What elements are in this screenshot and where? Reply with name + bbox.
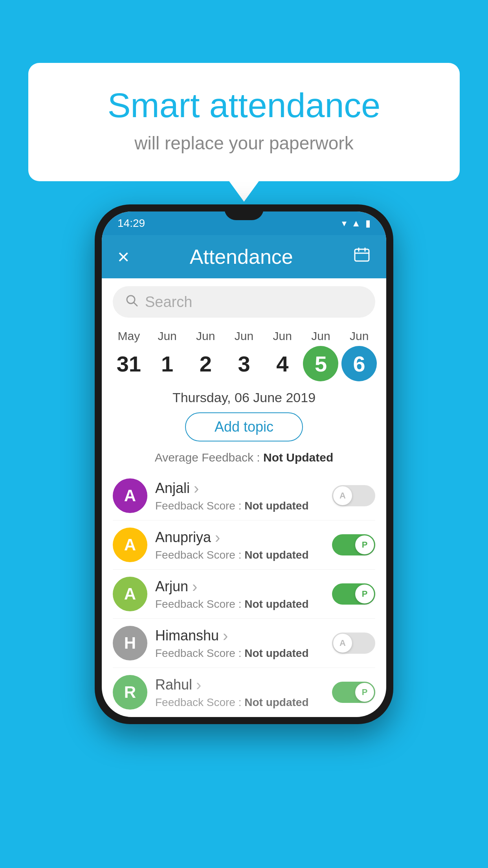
student-feedback: Feedback Score : Not updated bbox=[155, 500, 324, 512]
date-month: Jun bbox=[311, 329, 330, 343]
student-name: Rahul bbox=[155, 676, 324, 694]
date-item[interactable]: May31 bbox=[110, 329, 148, 381]
student-item[interactable]: AAnjaliFeedback Score : Not updatedA bbox=[113, 471, 375, 520]
date-number[interactable]: 4 bbox=[265, 346, 300, 381]
date-number[interactable]: 1 bbox=[150, 346, 185, 381]
student-avatar: A bbox=[113, 528, 147, 562]
date-item[interactable]: Jun2 bbox=[186, 329, 225, 381]
date-number[interactable]: 3 bbox=[226, 346, 262, 381]
status-time: 14:29 bbox=[117, 217, 145, 230]
wifi-icon: ▾ bbox=[342, 218, 347, 229]
attendance-toggle[interactable]: P bbox=[332, 534, 375, 555]
speech-bubble-title: Smart attendance bbox=[60, 86, 428, 125]
date-month: Jun bbox=[196, 329, 215, 343]
search-icon bbox=[125, 293, 139, 311]
student-name: Himanshu bbox=[155, 627, 324, 645]
student-avatar: A bbox=[113, 577, 147, 611]
student-feedback: Feedback Score : Not updated bbox=[155, 598, 324, 611]
student-info: RahulFeedback Score : Not updated bbox=[155, 676, 324, 709]
battery-icon: ▮ bbox=[365, 218, 371, 229]
speech-bubble: Smart attendance will replace your paper… bbox=[28, 63, 460, 181]
close-button[interactable]: × bbox=[117, 245, 129, 268]
date-item[interactable]: Jun1 bbox=[148, 329, 187, 381]
toggle-knob: P bbox=[355, 535, 374, 554]
date-item[interactable]: Jun4 bbox=[263, 329, 302, 381]
student-info: AnjaliFeedback Score : Not updated bbox=[155, 480, 324, 512]
phone-container: 14:29 ▾ ▲ ▮ × Attendance bbox=[95, 204, 393, 724]
avg-feedback-label: Average Feedback : bbox=[155, 451, 260, 464]
student-item[interactable]: AAnupriyaFeedback Score : Not updatedP bbox=[113, 520, 375, 570]
student-item[interactable]: RRahulFeedback Score : Not updatedP bbox=[113, 668, 375, 717]
student-name: Anjali bbox=[155, 480, 324, 497]
student-feedback: Feedback Score : Not updated bbox=[155, 549, 324, 561]
date-month: Jun bbox=[350, 329, 369, 343]
attendance-toggle[interactable]: A bbox=[332, 633, 375, 654]
date-month: Jun bbox=[235, 329, 253, 343]
student-list: AAnjaliFeedback Score : Not updatedAAAnu… bbox=[102, 471, 386, 717]
student-name: Anupriya bbox=[155, 529, 324, 546]
phone-outer: 14:29 ▾ ▲ ▮ × Attendance bbox=[95, 204, 393, 724]
student-feedback: Feedback Score : Not updated bbox=[155, 696, 324, 709]
student-item[interactable]: AArjunFeedback Score : Not updatedP bbox=[113, 570, 375, 619]
date-month: Jun bbox=[158, 329, 176, 343]
date-number[interactable]: 2 bbox=[188, 346, 223, 381]
date-item[interactable]: Jun3 bbox=[225, 329, 263, 381]
date-number[interactable]: 6 bbox=[341, 346, 377, 381]
header-title: Attendance bbox=[190, 245, 293, 268]
attendance-toggle[interactable]: A bbox=[332, 485, 375, 506]
attendance-toggle[interactable]: P bbox=[332, 583, 375, 605]
speech-bubble-subtitle: will replace your paperwork bbox=[60, 132, 428, 154]
student-info: ArjunFeedback Score : Not updated bbox=[155, 578, 324, 611]
avg-feedback-value: Not Updated bbox=[263, 451, 333, 464]
average-feedback: Average Feedback : Not Updated bbox=[102, 451, 386, 464]
student-name: Arjun bbox=[155, 578, 324, 596]
student-avatar: A bbox=[113, 478, 147, 513]
student-info: HimanshuFeedback Score : Not updated bbox=[155, 627, 324, 660]
svg-line-5 bbox=[134, 302, 137, 306]
add-topic-button[interactable]: Add topic bbox=[185, 412, 303, 441]
date-month: Jun bbox=[273, 329, 292, 343]
phone-screen: 14:29 ▾ ▲ ▮ × Attendance bbox=[102, 211, 386, 717]
toggle-knob: A bbox=[333, 486, 352, 505]
date-number[interactable]: 5 bbox=[303, 346, 338, 381]
app-header: × Attendance bbox=[102, 235, 386, 278]
search-bar[interactable]: Search bbox=[113, 286, 375, 318]
toggle-knob: P bbox=[355, 683, 374, 702]
status-icons: ▾ ▲ ▮ bbox=[342, 218, 371, 229]
date-strip: May31Jun1Jun2Jun3Jun4Jun5Jun6 bbox=[102, 326, 386, 381]
toggle-knob: A bbox=[333, 634, 352, 653]
attendance-toggle[interactable]: P bbox=[332, 682, 375, 703]
speech-bubble-container: Smart attendance will replace your paper… bbox=[28, 63, 460, 181]
student-avatar: H bbox=[113, 626, 147, 660]
selected-date-heading: Thursday, 06 June 2019 bbox=[102, 390, 386, 405]
student-avatar: R bbox=[113, 675, 147, 710]
date-item[interactable]: Jun6 bbox=[340, 329, 378, 381]
search-placeholder: Search bbox=[145, 294, 192, 311]
signal-icon: ▲ bbox=[351, 218, 361, 229]
date-item[interactable]: Jun5 bbox=[302, 329, 340, 381]
svg-rect-0 bbox=[355, 249, 369, 261]
date-number[interactable]: 31 bbox=[111, 346, 147, 381]
phone-notch bbox=[224, 204, 264, 220]
calendar-icon[interactable] bbox=[353, 246, 371, 267]
date-month: May bbox=[118, 329, 140, 343]
student-feedback: Feedback Score : Not updated bbox=[155, 647, 324, 660]
student-info: AnupriyaFeedback Score : Not updated bbox=[155, 529, 324, 561]
student-item[interactable]: HHimanshuFeedback Score : Not updatedA bbox=[113, 619, 375, 668]
toggle-knob: P bbox=[355, 585, 374, 603]
